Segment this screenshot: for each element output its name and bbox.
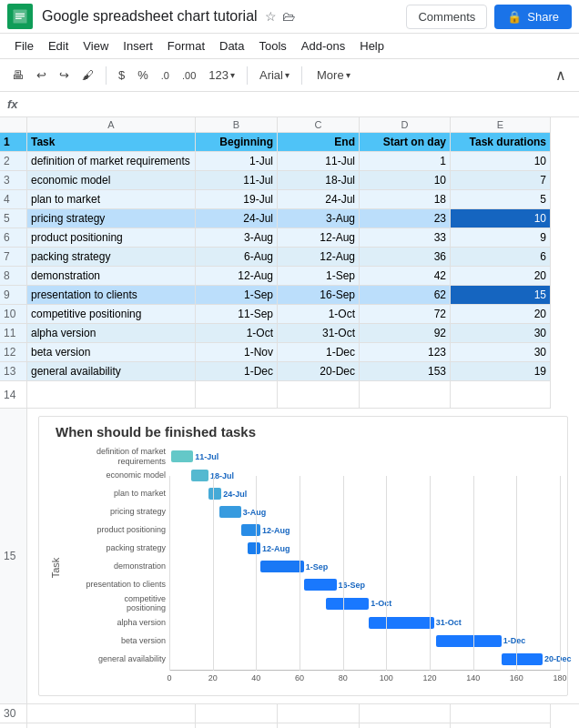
- cell-e2[interactable]: 10: [451, 152, 551, 171]
- cell-a6[interactable]: product positioning: [27, 228, 196, 248]
- cell-a10[interactable]: competitive positioning: [27, 305, 196, 324]
- cell-e6[interactable]: 9: [451, 228, 551, 248]
- cell-a3[interactable]: economic model: [27, 171, 196, 190]
- cell-c3[interactable]: 18-Jul: [278, 171, 360, 190]
- menu-tools[interactable]: Tools: [251, 35, 293, 56]
- cell-d11[interactable]: 92: [360, 324, 451, 343]
- cell-a2[interactable]: definition of market requirements: [27, 152, 196, 171]
- cell-a11[interactable]: alpha version: [27, 324, 196, 343]
- cell-e7[interactable]: 6: [451, 248, 551, 267]
- cell-c30[interactable]: [278, 704, 360, 723]
- cell-d13[interactable]: 153: [360, 362, 451, 381]
- cell-b5[interactable]: 24-Jul: [196, 209, 278, 228]
- cell-c1[interactable]: End: [278, 133, 360, 152]
- cell-e9[interactable]: 15: [451, 286, 551, 305]
- number-format-dropdown[interactable]: 123 ▾: [204, 66, 239, 85]
- star-icon[interactable]: ☆: [265, 9, 277, 24]
- cell-e4[interactable]: 5: [451, 190, 551, 209]
- cell-d5[interactable]: 23: [360, 209, 451, 228]
- cell-b4[interactable]: 19-Jul: [196, 190, 278, 209]
- cell-c7[interactable]: 12-Aug: [278, 248, 360, 267]
- cell-c4[interactable]: 24-Jul: [278, 190, 360, 209]
- cell-b2[interactable]: 1-Jul: [196, 152, 278, 171]
- cell-a14[interactable]: [27, 381, 196, 409]
- col-d-header[interactable]: D: [360, 117, 451, 133]
- cell-d30[interactable]: [360, 704, 451, 723]
- cell-d14[interactable]: [360, 381, 451, 409]
- menu-file[interactable]: File: [7, 35, 41, 56]
- cell-e11[interactable]: 30: [451, 324, 551, 343]
- cell-e13[interactable]: 19: [451, 362, 551, 381]
- cell-a13[interactable]: general availability: [27, 362, 196, 381]
- menu-insert[interactable]: Insert: [116, 35, 160, 56]
- col-c-header[interactable]: C: [278, 117, 360, 133]
- cell-e8[interactable]: 20: [451, 267, 551, 286]
- cell-c13[interactable]: 20-Dec: [278, 362, 360, 381]
- cell-b31[interactable]: [196, 723, 278, 728]
- cell-a31[interactable]: [27, 723, 196, 728]
- cell-b14[interactable]: [196, 381, 278, 409]
- cell-c8[interactable]: 1-Sep: [278, 267, 360, 286]
- cell-a5[interactable]: pricing strategy: [27, 209, 196, 228]
- cell-a8[interactable]: demonstration: [27, 267, 196, 286]
- undo-button[interactable]: ↩: [32, 66, 51, 85]
- doc-title[interactable]: Google spreadsheet chart tutorial: [42, 8, 258, 25]
- col-a-header[interactable]: A: [27, 117, 196, 133]
- cell-a30[interactable]: [27, 704, 196, 723]
- paint-button[interactable]: 🖌: [77, 66, 98, 85]
- cell-d7[interactable]: 36: [360, 248, 451, 267]
- cell-b9[interactable]: 1-Sep: [196, 286, 278, 305]
- comments-button[interactable]: Comments: [406, 5, 487, 29]
- cell-c5[interactable]: 3-Aug: [278, 209, 360, 228]
- cell-b1[interactable]: Beginning: [196, 133, 278, 152]
- cell-c12[interactable]: 1-Dec: [278, 343, 360, 362]
- print-button[interactable]: 🖶: [7, 66, 28, 85]
- menu-view[interactable]: View: [76, 35, 116, 56]
- menu-edit[interactable]: Edit: [41, 35, 76, 56]
- cell-d6[interactable]: 33: [360, 228, 451, 248]
- cell-d31[interactable]: [360, 723, 451, 728]
- cell-d9[interactable]: 62: [360, 286, 451, 305]
- menu-format[interactable]: Format: [160, 35, 212, 56]
- cell-a4[interactable]: plan to market: [27, 190, 196, 209]
- cell-e10[interactable]: 20: [451, 305, 551, 324]
- cell-d8[interactable]: 42: [360, 267, 451, 286]
- cell-b12[interactable]: 1-Nov: [196, 343, 278, 362]
- col-b-header[interactable]: B: [196, 117, 278, 133]
- cell-b13[interactable]: 1-Dec: [196, 362, 278, 381]
- menu-addons[interactable]: Add-ons: [294, 35, 352, 56]
- cell-e30[interactable]: [451, 704, 551, 723]
- cell-d2[interactable]: 1: [360, 152, 451, 171]
- decimal-dec-button[interactable]: .0: [157, 67, 174, 84]
- cell-e5[interactable]: 10: [451, 209, 551, 228]
- cell-b7[interactable]: 6-Aug: [196, 248, 278, 267]
- menu-data[interactable]: Data: [212, 35, 251, 56]
- cell-b11[interactable]: 1-Oct: [196, 324, 278, 343]
- cell-c6[interactable]: 12-Aug: [278, 228, 360, 248]
- cell-a9[interactable]: presentation to clients: [27, 286, 196, 305]
- cell-d4[interactable]: 18: [360, 190, 451, 209]
- cell-e14[interactable]: [451, 381, 551, 409]
- cell-b30[interactable]: [196, 704, 278, 723]
- share-button[interactable]: 🔒 Share: [494, 5, 572, 29]
- cell-c14[interactable]: [278, 381, 360, 409]
- cell-c2[interactable]: 11-Jul: [278, 152, 360, 171]
- cell-d10[interactable]: 72: [360, 305, 451, 324]
- currency-button[interactable]: $: [114, 66, 129, 85]
- more-button[interactable]: More ▾: [310, 66, 358, 85]
- cell-b3[interactable]: 11-Jul: [196, 171, 278, 190]
- cell-e1[interactable]: Task durations: [451, 133, 551, 152]
- cell-a12[interactable]: beta version: [27, 343, 196, 362]
- cell-c10[interactable]: 1-Oct: [278, 305, 360, 324]
- cell-c31[interactable]: [278, 723, 360, 728]
- decimal-inc-button[interactable]: .00: [178, 67, 200, 84]
- cell-b6[interactable]: 3-Aug: [196, 228, 278, 248]
- cell-c11[interactable]: 31-Oct: [278, 324, 360, 343]
- cell-c9[interactable]: 16-Sep: [278, 286, 360, 305]
- redo-button[interactable]: ↪: [55, 66, 74, 85]
- folder-icon[interactable]: 🗁: [282, 9, 295, 24]
- cell-e3[interactable]: 7: [451, 171, 551, 190]
- menu-help[interactable]: Help: [352, 35, 391, 56]
- cell-a1[interactable]: Task: [27, 133, 196, 152]
- percent-button[interactable]: %: [133, 66, 153, 85]
